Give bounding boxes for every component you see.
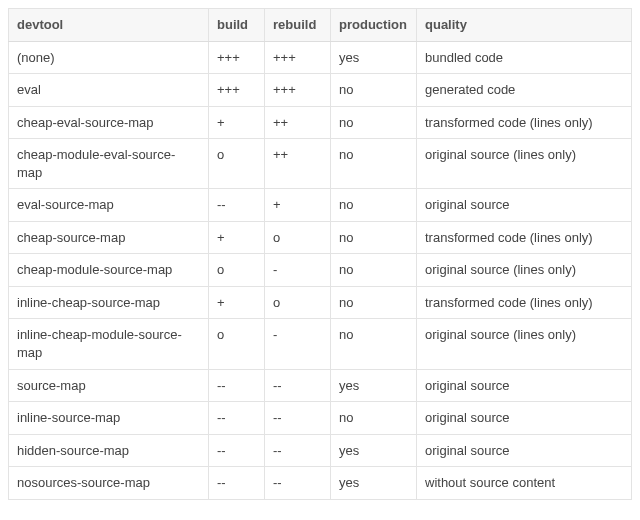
- header-devtool: devtool: [9, 9, 209, 42]
- cell-production: yes: [331, 41, 417, 74]
- cell-rebuild: --: [265, 434, 331, 467]
- cell-build: o: [209, 139, 265, 189]
- table-row: cheap-module-source-mapo-nooriginal sour…: [9, 254, 632, 287]
- cell-devtool: inline-cheap-module-source-map: [9, 319, 209, 369]
- table-row: (none)++++++yesbundled code: [9, 41, 632, 74]
- cell-rebuild: -: [265, 319, 331, 369]
- cell-production: no: [331, 286, 417, 319]
- cell-build: o: [209, 254, 265, 287]
- header-rebuild: rebuild: [265, 9, 331, 42]
- cell-quality: transformed code (lines only): [417, 106, 632, 139]
- table-row: inline-cheap-source-map+onotransformed c…: [9, 286, 632, 319]
- cell-production: no: [331, 139, 417, 189]
- cell-devtool: inline-cheap-source-map: [9, 286, 209, 319]
- cell-devtool: cheap-module-source-map: [9, 254, 209, 287]
- table-row: cheap-module-eval-source-mapo++noorigina…: [9, 139, 632, 189]
- cell-rebuild: o: [265, 221, 331, 254]
- cell-devtool: hidden-source-map: [9, 434, 209, 467]
- cell-build: o: [209, 319, 265, 369]
- cell-rebuild: --: [265, 467, 331, 500]
- cell-quality: original source: [417, 434, 632, 467]
- header-build: build: [209, 9, 265, 42]
- cell-build: +: [209, 221, 265, 254]
- cell-rebuild: ++: [265, 106, 331, 139]
- cell-devtool: eval-source-map: [9, 189, 209, 222]
- cell-quality: transformed code (lines only): [417, 286, 632, 319]
- cell-quality: transformed code (lines only): [417, 221, 632, 254]
- header-production: production: [331, 9, 417, 42]
- cell-quality: original source: [417, 369, 632, 402]
- cell-devtool: eval: [9, 74, 209, 107]
- table-row: source-map----yesoriginal source: [9, 369, 632, 402]
- table-body: (none)++++++yesbundled codeeval++++++nog…: [9, 41, 632, 499]
- cell-build: --: [209, 189, 265, 222]
- cell-production: no: [331, 402, 417, 435]
- cell-quality: original source: [417, 402, 632, 435]
- cell-quality: bundled code: [417, 41, 632, 74]
- devtool-table: devtool build rebuild production quality…: [8, 8, 632, 500]
- cell-build: +++: [209, 41, 265, 74]
- cell-rebuild: +: [265, 189, 331, 222]
- cell-quality: without source content: [417, 467, 632, 500]
- cell-devtool: cheap-source-map: [9, 221, 209, 254]
- cell-build: --: [209, 467, 265, 500]
- header-quality: quality: [417, 9, 632, 42]
- table-row: nosources-source-map----yeswithout sourc…: [9, 467, 632, 500]
- cell-quality: original source (lines only): [417, 139, 632, 189]
- cell-rebuild: -: [265, 254, 331, 287]
- cell-production: no: [331, 106, 417, 139]
- cell-quality: original source (lines only): [417, 319, 632, 369]
- cell-build: +: [209, 286, 265, 319]
- header-row: devtool build rebuild production quality: [9, 9, 632, 42]
- table-row: inline-cheap-module-source-mapo-noorigin…: [9, 319, 632, 369]
- cell-devtool: inline-source-map: [9, 402, 209, 435]
- cell-build: --: [209, 434, 265, 467]
- cell-production: no: [331, 74, 417, 107]
- cell-rebuild: +++: [265, 41, 331, 74]
- cell-build: --: [209, 402, 265, 435]
- cell-quality: original source (lines only): [417, 254, 632, 287]
- cell-production: yes: [331, 369, 417, 402]
- cell-rebuild: ++: [265, 139, 331, 189]
- cell-quality: generated code: [417, 74, 632, 107]
- cell-devtool: cheap-module-eval-source-map: [9, 139, 209, 189]
- table-row: eval++++++nogenerated code: [9, 74, 632, 107]
- cell-build: --: [209, 369, 265, 402]
- cell-production: yes: [331, 467, 417, 500]
- cell-production: no: [331, 254, 417, 287]
- cell-devtool: (none): [9, 41, 209, 74]
- cell-devtool: nosources-source-map: [9, 467, 209, 500]
- cell-rebuild: o: [265, 286, 331, 319]
- table-row: eval-source-map--+nooriginal source: [9, 189, 632, 222]
- cell-devtool: source-map: [9, 369, 209, 402]
- cell-rebuild: --: [265, 402, 331, 435]
- table-row: cheap-eval-source-map+++notransformed co…: [9, 106, 632, 139]
- cell-production: no: [331, 189, 417, 222]
- cell-build: +++: [209, 74, 265, 107]
- table-row: cheap-source-map+onotransformed code (li…: [9, 221, 632, 254]
- cell-production: no: [331, 319, 417, 369]
- cell-production: no: [331, 221, 417, 254]
- cell-rebuild: --: [265, 369, 331, 402]
- cell-production: yes: [331, 434, 417, 467]
- table-row: inline-source-map----nooriginal source: [9, 402, 632, 435]
- cell-rebuild: +++: [265, 74, 331, 107]
- cell-build: +: [209, 106, 265, 139]
- table-row: hidden-source-map----yesoriginal source: [9, 434, 632, 467]
- cell-devtool: cheap-eval-source-map: [9, 106, 209, 139]
- cell-quality: original source: [417, 189, 632, 222]
